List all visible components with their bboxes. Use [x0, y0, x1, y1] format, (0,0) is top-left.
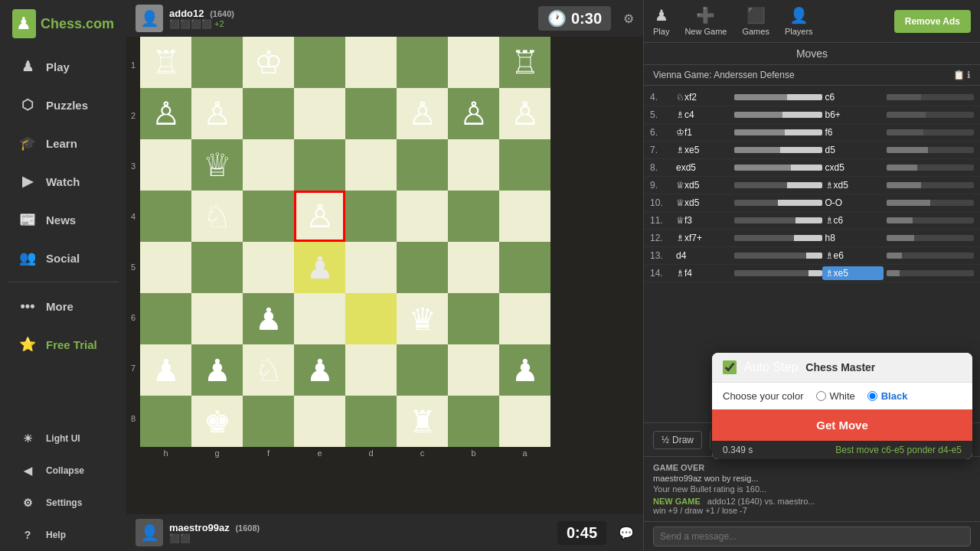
move-black-10[interactable]: ♗xe5 [822, 266, 884, 280]
piece-a7[interactable]: ♟ [152, 355, 180, 386]
chat-button[interactable]: 💬 [619, 526, 634, 540]
cell-e3[interactable] [345, 139, 397, 191]
cell-a3[interactable] [140, 139, 191, 191]
remove-ads-button[interactable]: Remove Ads [894, 10, 971, 33]
piece-f8[interactable]: ♜ [409, 406, 436, 437]
cell-h7[interactable]: ♟ [499, 344, 550, 396]
piece-a1[interactable]: ♖ [152, 47, 181, 79]
cell-a8[interactable] [140, 396, 191, 447]
move-black-9[interactable]: ♗e6 [822, 249, 884, 262]
move-white-7[interactable]: ♕f3 [673, 214, 734, 227]
move-white-6[interactable]: ♕xd5 [673, 196, 734, 210]
sidebar-item-social[interactable]: 👥 Social [5, 240, 122, 276]
piece-h2[interactable]: ♙ [511, 98, 540, 130]
white-radio[interactable] [816, 391, 826, 401]
cell-d8[interactable] [294, 396, 345, 447]
board-settings-button[interactable]: ⚙ [623, 11, 634, 26]
piece-b4[interactable]: ♘ [203, 201, 232, 233]
cell-b3[interactable]: ♕ [191, 139, 243, 191]
cell-h6[interactable] [499, 293, 550, 344]
move-black-5[interactable]: ♗xd5 [822, 178, 884, 192]
cell-b7[interactable]: ♟ [191, 344, 243, 396]
move-black-3[interactable]: d5 [822, 143, 884, 157]
move-black-0[interactable]: c6 [822, 90, 884, 104]
cell-b8[interactable]: ♚ [191, 396, 243, 447]
cell-f3[interactable] [397, 139, 448, 191]
cell-h4[interactable] [499, 191, 550, 242]
sidebar-item-lightui[interactable]: ☀ Light UI [5, 423, 122, 454]
cell-g1[interactable] [448, 37, 499, 88]
sidebar-item-collapse[interactable]: ◀ Collapse [5, 455, 122, 486]
piece-f6[interactable]: ♛ [409, 304, 436, 334]
cell-g3[interactable] [448, 139, 499, 191]
cell-d4[interactable]: ♙ [294, 191, 345, 242]
nav-play[interactable]: ♟ Play [653, 6, 669, 36]
chat-input[interactable] [653, 527, 971, 546]
cell-f2[interactable]: ♙ [397, 88, 448, 139]
piece-c7[interactable]: ♘ [254, 354, 283, 386]
cell-h2[interactable]: ♙ [499, 88, 550, 139]
cell-g5[interactable] [448, 242, 499, 293]
piece-h1[interactable]: ♖ [511, 47, 540, 79]
piece-a2[interactable]: ♙ [152, 98, 181, 130]
cell-d1[interactable] [294, 37, 345, 88]
cell-a2[interactable]: ♙ [140, 88, 191, 139]
piece-d7[interactable]: ♟ [306, 355, 334, 386]
cell-f7[interactable] [397, 344, 448, 396]
cell-g8[interactable] [448, 396, 499, 447]
cell-b6[interactable] [191, 293, 243, 344]
nav-games[interactable]: ⬛ Games [742, 6, 769, 36]
cell-a4[interactable] [140, 191, 191, 242]
piece-b7[interactable]: ♟ [204, 355, 231, 386]
move-black-7[interactable]: ♗c6 [822, 214, 884, 227]
cell-e2[interactable] [345, 88, 397, 139]
cell-f6[interactable]: ♛ [397, 293, 448, 344]
sidebar-item-play[interactable]: ♟ Play [5, 48, 122, 85]
cell-a6[interactable] [140, 293, 191, 344]
piece-g2[interactable]: ♙ [459, 98, 488, 130]
piece-d5[interactable]: ♟ [306, 253, 334, 283]
sidebar-item-help[interactable]: ? Help [5, 520, 122, 550]
move-white-1[interactable]: ♗c4 [673, 108, 734, 122]
get-move-button[interactable]: Get Move [712, 409, 972, 441]
cell-g2[interactable]: ♙ [448, 88, 499, 139]
move-white-10[interactable]: ♗f4 [673, 266, 734, 280]
cell-g4[interactable] [448, 191, 499, 242]
cell-e7[interactable] [345, 344, 397, 396]
piece-b8[interactable]: ♚ [204, 406, 231, 437]
piece-h7[interactable]: ♟ [511, 355, 539, 386]
cell-a7[interactable]: ♟ [140, 344, 191, 396]
cell-b4[interactable]: ♘ [191, 191, 243, 242]
cell-c5[interactable] [243, 242, 294, 293]
nav-new-game[interactable]: ➕ New Game [684, 6, 727, 36]
black-option[interactable]: Black [867, 390, 908, 402]
sidebar-item-news[interactable]: 📰 News [5, 201, 122, 238]
cell-f8[interactable]: ♜ [397, 396, 448, 447]
cell-h5[interactable] [499, 242, 550, 293]
piece-c6[interactable]: ♟ [255, 304, 283, 334]
move-white-4[interactable]: exd5 [673, 161, 734, 174]
logo[interactable]: ♟ Chess.com [0, 0, 126, 47]
move-white-5[interactable]: ♕xd5 [673, 178, 734, 192]
move-white-3[interactable]: ♗xe5 [673, 143, 734, 157]
sidebar-item-learn[interactable]: 🎓 Learn [5, 125, 122, 161]
cell-g7[interactable] [448, 344, 499, 396]
cell-e8[interactable] [345, 396, 397, 447]
cell-b5[interactable] [191, 242, 243, 293]
move-white-9[interactable]: d4 [673, 249, 734, 262]
cell-h1[interactable]: ♖ [499, 37, 550, 88]
cell-g6[interactable] [448, 293, 499, 344]
nav-players[interactable]: 👤 Players [785, 6, 813, 36]
piece-d4[interactable]: ♙ [305, 201, 335, 233]
cell-d7[interactable]: ♟ [294, 344, 345, 396]
cell-c8[interactable] [243, 396, 294, 447]
white-option[interactable]: White [816, 390, 855, 402]
auto-step-checkbox[interactable] [723, 360, 737, 374]
move-black-8[interactable]: h8 [822, 231, 884, 245]
sidebar-item-watch[interactable]: ▶ Watch [5, 163, 122, 200]
sidebar-item-more[interactable]: ••• More [5, 288, 122, 324]
cell-c3[interactable] [243, 139, 294, 191]
cell-c2[interactable] [243, 88, 294, 139]
piece-f2[interactable]: ♙ [408, 98, 437, 130]
cell-a1[interactable]: ♖ [140, 37, 191, 88]
